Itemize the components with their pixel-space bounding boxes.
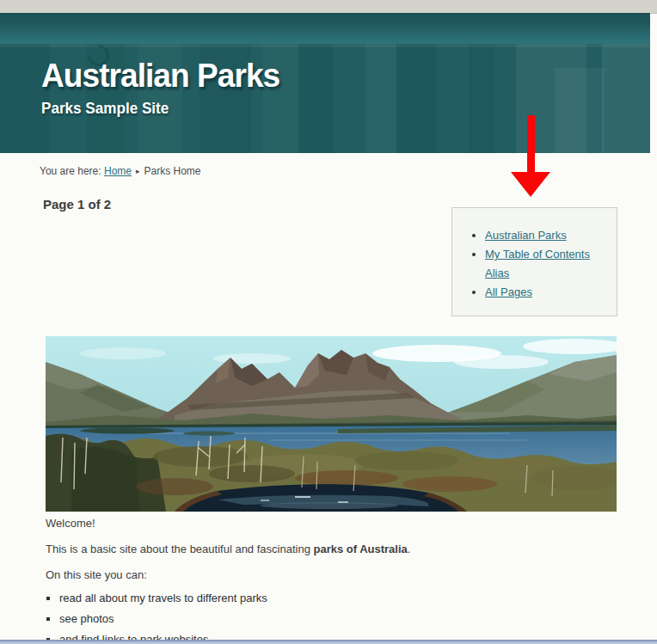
breadcrumb-prefix: You are here: xyxy=(40,165,101,177)
site-title: Australian Parks xyxy=(41,56,279,95)
list-item: see photos xyxy=(59,613,267,625)
intro-bold-text: parks of Australia xyxy=(313,543,407,555)
red-arrow-head-icon xyxy=(511,172,550,197)
header-pattern-band xyxy=(365,44,396,153)
menu-list-item: My Table of Contents Alias xyxy=(485,245,610,283)
intro-text: This is a basic site about the beautiful… xyxy=(46,543,313,555)
breadcrumb-separator-icon: ▸ xyxy=(136,167,140,175)
site-features-list: read all about my travels to different p… xyxy=(48,592,267,644)
cradle-mountain-lake-image xyxy=(46,336,617,512)
header-pattern-band xyxy=(602,44,650,153)
menu-list-item: Australian Parks xyxy=(485,226,610,245)
list-item: read all about my travels to different p… xyxy=(59,592,267,604)
park-photo xyxy=(46,336,617,512)
breadcrumb-home-link[interactable]: Home xyxy=(104,165,132,177)
breadcrumb-current: Parks Home xyxy=(144,165,201,177)
page-title: Page 1 of 2 xyxy=(43,197,111,212)
menu-link-table-of-contents-alias[interactable]: My Table of Contents Alias xyxy=(485,248,590,279)
header-pattern-band xyxy=(298,44,333,153)
browser-chrome-strip xyxy=(0,0,657,14)
header-pattern-band xyxy=(555,68,605,153)
menu-list-item: All Pages xyxy=(485,283,610,302)
menu-link-all-pages[interactable]: All Pages xyxy=(485,285,532,298)
top-navigation-bar xyxy=(0,13,650,44)
intro-text-suffix: . xyxy=(408,543,411,555)
window-edge-bar xyxy=(0,640,657,644)
menu-link-australian-parks[interactable]: Australian Parks xyxy=(485,229,567,242)
red-arrow-annotation xyxy=(527,115,535,175)
welcome-text: Welcome! xyxy=(46,517,95,530)
header-pattern-band xyxy=(396,44,436,153)
site-subtitle: Parks Sample Site xyxy=(41,99,169,118)
list-intro-text: On this site you can: xyxy=(46,568,147,581)
intro-paragraph: This is a basic site about the beautiful… xyxy=(46,543,410,555)
menu-module-box: Australian Parks My Table of Contents Al… xyxy=(451,207,617,316)
menu-list: Australian Parks My Table of Contents Al… xyxy=(452,226,617,302)
breadcrumb: You are here: Home▸Parks Home xyxy=(40,165,201,177)
header-pattern-band xyxy=(469,44,494,153)
site-header: Australian Parks Parks Sample Site xyxy=(0,44,650,153)
